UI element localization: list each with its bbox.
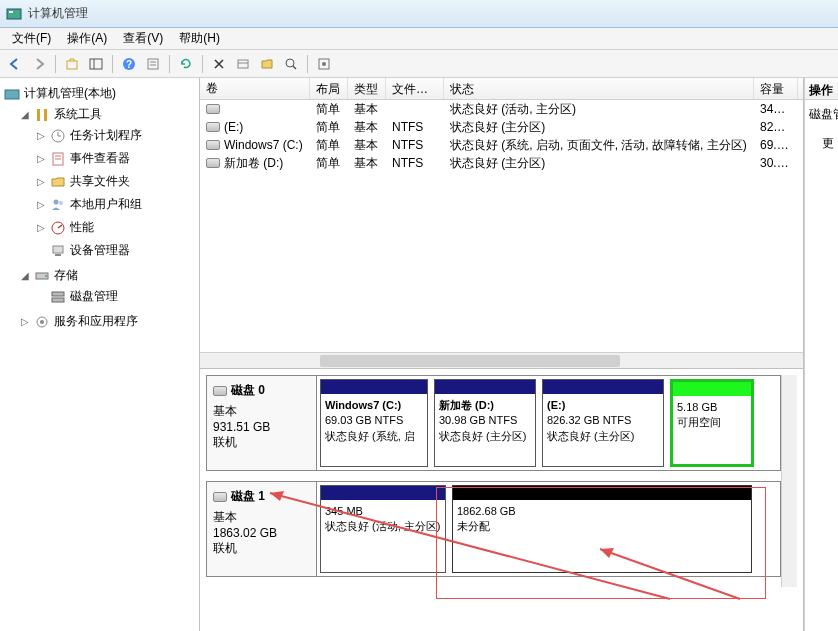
find-button[interactable] [280, 53, 302, 75]
volume-fs [386, 108, 444, 110]
volume-type: 基本 [348, 118, 386, 137]
volume-icon [206, 122, 220, 132]
expander-icon[interactable]: ◢ [20, 109, 30, 120]
partition-status: 状态良好 (主分区) [547, 429, 659, 444]
svg-rect-34 [52, 298, 64, 302]
svg-point-15 [322, 62, 326, 66]
volume-list: 卷 布局 类型 文件系统 状态 容量 简单基本状态良好 (活动, 主分区)345… [200, 78, 803, 368]
disk-info[interactable]: 磁盘 1基本1863.02 GB联机 [207, 482, 317, 576]
action-pane: 操作 磁盘管 更 [804, 78, 838, 631]
partition[interactable]: 新加卷 (D:)30.98 GB NTFS状态良好 (主分区) [434, 379, 536, 467]
up-button[interactable] [61, 53, 83, 75]
volume-row[interactable]: (E:)简单基本NTFS状态良好 (主分区)826.32 [200, 118, 803, 136]
open-button[interactable] [256, 53, 278, 75]
volume-fs: NTFS [386, 137, 444, 153]
volume-capacity: 30.98 G [754, 155, 798, 171]
svg-rect-33 [52, 292, 64, 296]
partition[interactable]: 1862.68 GB未分配 [452, 485, 752, 573]
expander-icon[interactable]: ▷ [36, 176, 46, 187]
tree-systools[interactable]: ◢ 系统工具 [18, 105, 197, 124]
svg-line-28 [58, 225, 62, 228]
partition-header-bar [453, 486, 751, 500]
partition-title: (E:) [547, 398, 659, 413]
tree-users[interactable]: ▷本地用户和组 [34, 195, 197, 214]
svg-line-13 [293, 66, 296, 69]
volume-type: 基本 [348, 100, 386, 119]
menu-help[interactable]: 帮助(H) [171, 28, 228, 49]
menu-action[interactable]: 操作(A) [59, 28, 115, 49]
delete-button[interactable] [208, 53, 230, 75]
col-fs[interactable]: 文件系统 [386, 78, 444, 99]
tree-devmgr[interactable]: 设备管理器 [34, 241, 197, 260]
disk-info[interactable]: 磁盘 0基本931.51 GB联机 [207, 376, 317, 470]
back-button[interactable] [4, 53, 26, 75]
disk-type: 基本 [213, 509, 310, 526]
list-button[interactable] [232, 53, 254, 75]
col-type[interactable]: 类型 [348, 78, 386, 99]
volume-row[interactable]: 新加卷 (D:)简单基本NTFS状态良好 (主分区)30.98 G [200, 154, 803, 172]
partition-size: 30.98 GB NTFS [439, 413, 531, 428]
svg-rect-30 [55, 254, 61, 256]
partition[interactable]: Windows7 (C:)69.03 GB NTFS状态良好 (系统, 启 [320, 379, 428, 467]
tree-services[interactable]: ▷服务和应用程序 [18, 312, 197, 331]
partition-status: 状态良好 (主分区) [439, 429, 531, 444]
menu-view[interactable]: 查看(V) [115, 28, 171, 49]
action-item-more[interactable]: 更 [805, 129, 838, 158]
forward-button[interactable] [28, 53, 50, 75]
vertical-scrollbar[interactable] [781, 375, 797, 587]
tree-storage[interactable]: ◢ 存储 [18, 266, 197, 285]
svg-rect-10 [238, 60, 248, 68]
tree-storage-label: 存储 [54, 267, 78, 284]
tree-diskmgmt[interactable]: 磁盘管理 [34, 287, 197, 306]
volume-status: 状态良好 (系统, 启动, 页面文件, 活动, 故障转储, 主分区) [444, 136, 754, 155]
expander-icon[interactable]: ▷ [36, 130, 46, 141]
disk-size: 1863.02 GB [213, 526, 310, 540]
partition[interactable]: 345 MB状态良好 (活动, 主分区) [320, 485, 446, 573]
tree-perf[interactable]: ▷性能 [34, 218, 197, 237]
menubar: 文件(F) 操作(A) 查看(V) 帮助(H) [0, 28, 838, 50]
col-volume[interactable]: 卷 [200, 78, 310, 99]
col-status[interactable]: 状态 [444, 78, 754, 99]
help-button[interactable]: ? [118, 53, 140, 75]
properties-button[interactable] [142, 53, 164, 75]
volume-row[interactable]: Windows7 (C:)简单基本NTFS状态良好 (系统, 启动, 页面文件,… [200, 136, 803, 154]
partition[interactable]: (E:)826.32 GB NTFS状态良好 (主分区) [542, 379, 664, 467]
tree-shared[interactable]: ▷共享文件夹 [34, 172, 197, 191]
tree-users-label: 本地用户和组 [70, 196, 142, 213]
tree-event[interactable]: ▷事件查看器 [34, 149, 197, 168]
expander-icon[interactable]: ▷ [36, 222, 46, 233]
window-title: 计算机管理 [28, 5, 88, 22]
tree-systools-label: 系统工具 [54, 106, 102, 123]
partition-header-bar [321, 380, 427, 394]
volume-row[interactable]: 简单基本状态良好 (活动, 主分区)345 M [200, 100, 803, 118]
partition[interactable]: 5.18 GB可用空间 [670, 379, 754, 467]
tree-shared-label: 共享文件夹 [70, 173, 130, 190]
volume-name: (E:) [224, 120, 243, 134]
tree-root[interactable]: 计算机管理(本地) [2, 84, 197, 103]
horizontal-scrollbar[interactable] [200, 352, 803, 368]
menu-file[interactable]: 文件(F) [4, 28, 59, 49]
partition-status: 状态良好 (系统, 启 [325, 429, 423, 444]
col-layout[interactable]: 布局 [310, 78, 348, 99]
expander-icon[interactable]: ▷ [36, 153, 46, 164]
volume-columns: 卷 布局 类型 文件系统 状态 容量 [200, 78, 803, 100]
svg-rect-1 [9, 11, 13, 13]
svg-rect-17 [37, 109, 40, 121]
partition-title: 新加卷 (D:) [439, 398, 531, 413]
refresh-button[interactable] [175, 53, 197, 75]
partition-status: 可用空间 [677, 415, 747, 430]
volume-type: 基本 [348, 154, 386, 173]
expander-icon[interactable]: ▷ [20, 316, 30, 327]
svg-rect-7 [148, 59, 158, 69]
expander-icon[interactable]: ▷ [36, 199, 46, 210]
action-item-diskmgmt[interactable]: 磁盘管 [805, 100, 838, 129]
col-capacity[interactable]: 容量 [754, 78, 798, 99]
partition-size: 5.18 GB [677, 400, 747, 415]
expander-icon[interactable]: ◢ [20, 270, 30, 281]
volume-icon [206, 104, 220, 114]
volume-status: 状态良好 (活动, 主分区) [444, 100, 754, 119]
show-hide-tree-button[interactable] [85, 53, 107, 75]
disk-label: 磁盘 0 [231, 382, 265, 399]
settings-button[interactable] [313, 53, 335, 75]
tree-task[interactable]: ▷任务计划程序 [34, 126, 197, 145]
